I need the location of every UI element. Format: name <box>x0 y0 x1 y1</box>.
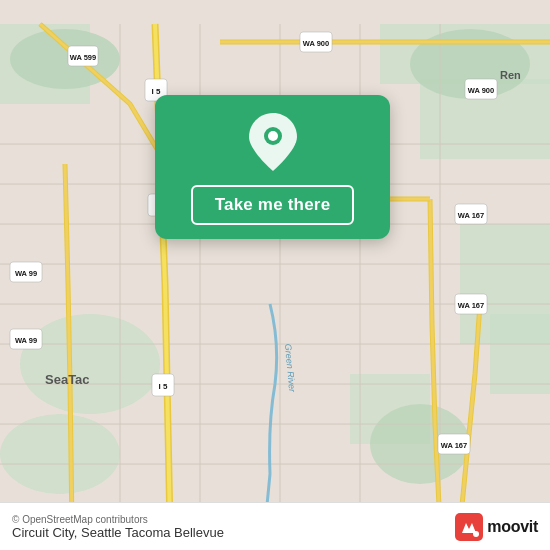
svg-text:SeaTac: SeaTac <box>45 372 90 387</box>
svg-text:WA 599: WA 599 <box>70 53 96 62</box>
svg-point-8 <box>20 314 160 414</box>
svg-text:I 5: I 5 <box>152 87 161 96</box>
svg-rect-7 <box>490 314 550 394</box>
svg-text:WA 167: WA 167 <box>441 441 467 450</box>
pin-icon-container <box>249 113 297 175</box>
bottom-bar: © OpenStreetMap contributors Circuit Cit… <box>0 502 550 550</box>
svg-text:WA 900: WA 900 <box>303 39 329 48</box>
svg-point-55 <box>473 531 479 537</box>
svg-rect-54 <box>455 513 483 541</box>
location-card: Take me there <box>155 95 390 239</box>
osm-credit: © OpenStreetMap contributors <box>12 514 224 525</box>
svg-point-9 <box>0 414 120 494</box>
svg-text:WA 99: WA 99 <box>15 269 37 278</box>
svg-text:WA 167: WA 167 <box>458 301 484 310</box>
svg-text:I 5: I 5 <box>159 382 168 391</box>
svg-text:WA 167: WA 167 <box>458 211 484 220</box>
bottom-left: © OpenStreetMap contributors Circuit Cit… <box>12 514 224 540</box>
svg-text:WA 99: WA 99 <box>15 336 37 345</box>
location-name: Circuit City, Seattle Tacoma Bellevue <box>12 525 224 540</box>
moovit-icon <box>455 513 483 541</box>
svg-text:WA 900: WA 900 <box>468 86 494 95</box>
moovit-logo[interactable]: moovit <box>455 513 538 541</box>
svg-point-53 <box>268 131 278 141</box>
svg-text:Ren: Ren <box>500 69 521 81</box>
moovit-text: moovit <box>487 518 538 536</box>
take-me-there-button[interactable]: Take me there <box>191 185 355 225</box>
map-container: I 5 I 5 I 5 WA 599 WA 900 WA 900 WA 99 W… <box>0 0 550 550</box>
